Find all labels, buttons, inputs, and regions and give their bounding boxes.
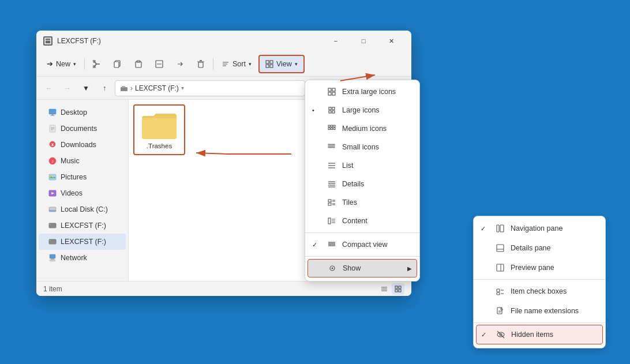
list-view-icon	[381, 286, 388, 292]
title-bar: LEXCFST (F:) − □ ✕	[36, 31, 411, 51]
svg-rect-58	[332, 88, 335, 91]
copy-button[interactable]	[108, 55, 127, 73]
up-button[interactable]: ↑	[96, 80, 112, 96]
dropdown-item-show[interactable]: Show ▶	[308, 259, 417, 277]
details-icon	[327, 179, 336, 189]
submenu-item-file-ext[interactable]: File name extensions	[474, 301, 605, 321]
dropdown-item-details[interactable]: Details	[305, 175, 419, 193]
sidebar-item-music[interactable]: ♪ Music	[39, 153, 126, 169]
submenu-item-details-pane[interactable]: Details pane	[474, 238, 605, 258]
dropdown-item-list[interactable]: List	[305, 156, 419, 175]
minimize-button[interactable]: −	[322, 32, 349, 50]
path-text: LEXCFST (F:)	[135, 84, 179, 92]
checkboxes-icon	[496, 287, 505, 296]
dropdown-item-extra-large[interactable]: Extra large icons	[305, 82, 419, 101]
sidebar-item-pictures[interactable]: Pictures	[39, 169, 126, 185]
svg-rect-104	[497, 245, 504, 252]
sidebar-item-network[interactable]: Network	[39, 250, 126, 266]
svg-rect-68	[328, 128, 330, 130]
share-icon	[176, 60, 184, 68]
dropdown-item-content[interactable]: Content	[305, 212, 419, 230]
svg-rect-103	[500, 225, 504, 232]
sidebar-item-downloads[interactable]: Downloads	[39, 137, 126, 153]
dropdown-item-tiles[interactable]: Tiles	[305, 193, 419, 212]
list-icon	[327, 161, 336, 170]
share-button[interactable]	[170, 55, 190, 73]
sort-button[interactable]: Sort ▾	[216, 55, 257, 73]
item-label: Compact view	[342, 241, 388, 249]
desktop-icon	[48, 108, 57, 117]
toolbar-divider-1	[84, 58, 85, 70]
close-button[interactable]: ✕	[378, 32, 404, 50]
sidebar-label: Pictures	[61, 173, 87, 181]
submenu-label: Hidden items	[511, 331, 553, 339]
submenu-item-preview-pane[interactable]: Preview pane	[474, 258, 605, 277]
svg-rect-5	[114, 62, 119, 67]
svg-rect-59	[328, 92, 331, 95]
submenu-item-checkboxes[interactable]: Item check boxes	[474, 282, 605, 301]
sidebar-item-lexcfst-1[interactable]: LEXCFST (F:)	[39, 217, 126, 234]
svg-rect-92	[328, 218, 331, 224]
dropdown-item-compact[interactable]: ✓ Compact view	[305, 235, 419, 254]
delete-button[interactable]	[191, 55, 211, 73]
svg-rect-17	[270, 61, 273, 63]
window-title: LEXCFST (F:)	[57, 37, 322, 45]
svg-rect-19	[270, 65, 273, 67]
list-view-button[interactable]	[378, 283, 391, 295]
submenu-item-hidden[interactable]: ✓ Hidden items	[476, 325, 603, 344]
view-button[interactable]: View ▾	[258, 55, 305, 73]
svg-rect-70	[333, 128, 335, 130]
address-path[interactable]: › LEXCFST (F:) ▾	[115, 80, 305, 96]
folder-icon	[141, 110, 178, 140]
svg-rect-75	[328, 147, 329, 148]
dropdown-item-small[interactable]: Small icons	[305, 138, 419, 156]
svg-rect-32	[51, 145, 54, 146]
submenu-label: File name extensions	[511, 307, 579, 315]
svg-rect-57	[328, 88, 331, 91]
history-button[interactable]: ▼	[78, 80, 94, 96]
network-icon	[48, 253, 57, 262]
svg-rect-62	[332, 107, 335, 110]
svg-rect-40	[49, 210, 56, 212]
submenu-label: Details pane	[511, 244, 551, 252]
folder-trashes[interactable]: .Trashes	[133, 104, 185, 155]
toolbar-divider-2	[213, 58, 213, 70]
svg-rect-53	[395, 286, 397, 288]
svg-text:♪: ♪	[51, 159, 54, 164]
grid-view-button[interactable]	[392, 283, 404, 295]
cut-button[interactable]	[87, 55, 107, 73]
sidebar-item-local-disk[interactable]: Local Disk (C:)	[39, 201, 126, 217]
show-icon	[328, 264, 337, 273]
show-arrow: ▶	[407, 265, 412, 272]
view-dropdown: Extra large icons • Large icons Medium i…	[305, 80, 420, 282]
drive-icon	[120, 85, 128, 92]
svg-rect-63	[329, 111, 331, 113]
paste-button[interactable]	[129, 55, 148, 73]
new-button[interactable]: ➔ New ▾	[41, 55, 82, 73]
rename-button[interactable]	[149, 55, 169, 73]
back-button[interactable]: ←	[41, 80, 57, 96]
new-chevron: ▾	[73, 61, 76, 67]
svg-rect-54	[399, 286, 401, 288]
dropdown-item-large[interactable]: • Large icons	[305, 101, 419, 119]
documents-icon	[48, 124, 57, 133]
item-label: Extra large icons	[342, 88, 396, 96]
sidebar-item-desktop[interactable]: Desktop	[39, 104, 126, 121]
music-icon: ♪	[48, 156, 57, 166]
submenu-item-nav-pane[interactable]: ✓ Navigation pane	[474, 219, 605, 238]
plus-icon: ➔	[47, 59, 53, 68]
item-label: List	[342, 162, 353, 170]
sidebar-item-documents[interactable]: Documents	[39, 121, 126, 137]
svg-rect-77	[332, 147, 333, 148]
maximize-button[interactable]: □	[350, 32, 377, 50]
sidebar-item-videos[interactable]: Videos	[39, 185, 126, 201]
rename-icon	[155, 60, 163, 68]
forward-button[interactable]: →	[59, 80, 76, 96]
svg-rect-87	[328, 203, 331, 205]
dropdown-separator-2	[305, 256, 419, 257]
item-label: Large icons	[342, 106, 380, 114]
dropdown-item-medium[interactable]: Medium icons	[305, 119, 419, 138]
sidebar-label: Music	[61, 157, 80, 165]
svg-rect-42	[49, 226, 56, 228]
sidebar-item-lexcfst-2[interactable]: LEXCFST (F:)	[39, 234, 126, 250]
